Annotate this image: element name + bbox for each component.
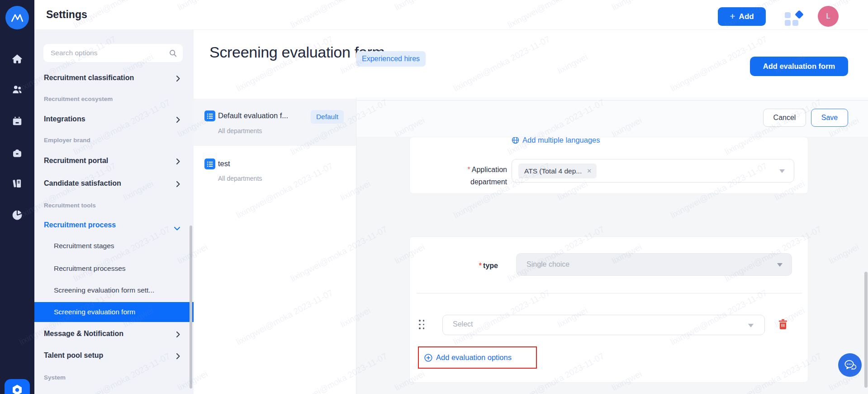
divider xyxy=(356,100,868,101)
default-badge: Default xyxy=(311,110,344,124)
type-select[interactable]: Single choice xyxy=(516,253,792,276)
briefcase-icon[interactable] xyxy=(11,147,23,159)
page-scrollbar-thumb[interactable] xyxy=(864,272,868,388)
top-header: Settings + Add L xyxy=(34,0,868,30)
application-department-label: *Application department xyxy=(444,163,507,188)
sidebar-section-system: System xyxy=(34,372,194,383)
forms-list-panel: Default evaluation f... All departments … xyxy=(194,97,356,394)
chevron-right-icon xyxy=(176,181,180,189)
type-label: *type xyxy=(444,259,498,272)
save-button[interactable]: Save xyxy=(811,109,848,127)
sidebar-item-message-notification[interactable]: Message & Notification xyxy=(34,324,194,344)
divider xyxy=(417,293,802,293)
chevron-down-icon xyxy=(174,224,180,232)
sidebar-item-candidate-satisfaction[interactable]: Candidate satisfaction xyxy=(34,173,194,193)
app-title: Settings xyxy=(46,9,87,21)
sidebar-item-recruitment-processes[interactable]: Recruitment processes xyxy=(34,259,194,279)
search-input[interactable] xyxy=(43,44,183,62)
form-title: test xyxy=(218,159,230,168)
sidebar-item-recruitment-classification[interactable]: Recruitment classification xyxy=(34,68,194,88)
form-list-icon xyxy=(204,111,215,121)
settings-rail-button[interactable] xyxy=(5,379,30,394)
library-icon[interactable] xyxy=(11,178,23,189)
calendar-icon[interactable] xyxy=(11,115,23,127)
required-mark: * xyxy=(467,166,470,173)
pie-chart-icon[interactable] xyxy=(11,209,23,221)
dropdown-arrow-icon xyxy=(779,169,785,173)
list-item-test-form[interactable]: test All departments xyxy=(194,146,356,195)
home-icon[interactable] xyxy=(11,53,23,65)
dropdown-arrow-icon xyxy=(777,263,783,267)
page-type-badge: Experienced hires xyxy=(356,51,426,67)
sidebar-section-recruitment-tools: Recruitment tools xyxy=(34,200,194,211)
cancel-button[interactable]: Cancel xyxy=(763,109,806,127)
chat-support-button[interactable] xyxy=(838,353,862,377)
sidebar-item-recruitment-portal[interactable]: Recruitment portal xyxy=(34,151,194,171)
app-rail xyxy=(0,0,34,394)
plus-icon: + xyxy=(730,11,735,21)
chat-bubbles-icon xyxy=(843,358,857,372)
add-evaluation-form-button[interactable]: Add evaluation form xyxy=(750,57,848,76)
delete-option-icon[interactable] xyxy=(778,318,788,330)
form-subtitle: All departments xyxy=(218,127,262,135)
chevron-right-icon xyxy=(176,75,180,83)
sidebar-item-talent-pool-setup[interactable]: Talent pool setup xyxy=(34,346,194,365)
sidebar-item-integrations[interactable]: Integrations xyxy=(34,109,194,129)
list-item-default-evaluation-form[interactable]: Default evaluation f... All departments … xyxy=(194,99,356,146)
sidebar-section-employer-brand: Employer brand xyxy=(34,135,194,145)
sidebar-section-recruitment-ecosystem: Recruitment ecosystem xyxy=(34,93,194,104)
user-avatar[interactable]: L xyxy=(818,6,839,27)
chevron-right-icon xyxy=(176,331,180,339)
form-title: Default evaluation f... xyxy=(218,111,288,120)
moka-logo-icon[interactable] xyxy=(5,6,29,29)
chevron-right-icon xyxy=(176,116,180,125)
chevron-right-icon xyxy=(176,353,180,361)
globe-icon xyxy=(512,137,519,144)
sidebar-scrollbar-thumb[interactable] xyxy=(190,226,192,389)
sidebar-item-recruitment-process[interactable]: Recruitment process xyxy=(34,215,194,235)
option-select[interactable]: Select xyxy=(442,315,765,335)
application-department-select[interactable]: ATS (Total 4 dep... ✕ xyxy=(512,159,794,183)
department-tag: ATS (Total 4 dep... ✕ xyxy=(518,163,597,178)
form-basic-card: Add multiple languages *Application depa… xyxy=(409,137,808,194)
add-button[interactable]: + Add xyxy=(718,7,766,26)
form-list-icon xyxy=(204,159,215,169)
remove-tag-icon[interactable]: ✕ xyxy=(587,168,592,174)
question-card: *type Single choice Select xyxy=(409,236,808,383)
sidebar-item-recruitment-stages[interactable]: Recruitment stages xyxy=(34,236,194,256)
drag-handle[interactable] xyxy=(419,320,424,329)
form-subtitle: All departments xyxy=(218,175,262,182)
annotation-highlight-box: Add evaluation options xyxy=(418,346,537,369)
sidebar-item-screening-evaluation-form-settings[interactable]: Screening evaluation form sett... xyxy=(34,280,194,300)
apps-grid-icon[interactable] xyxy=(785,11,804,26)
settings-sidebar: Recruitment classification Recruitment e… xyxy=(34,30,194,394)
add-multiple-languages-link[interactable]: Add multiple languages xyxy=(512,137,600,146)
search-icon xyxy=(169,49,177,59)
required-mark: * xyxy=(479,262,482,269)
add-evaluation-options-link[interactable]: Add evaluation options xyxy=(436,353,512,362)
sidebar-item-screening-evaluation-form[interactable]: Screening evaluation form xyxy=(34,302,194,322)
search-box xyxy=(43,44,183,62)
chevron-right-icon xyxy=(176,158,180,166)
page-title-band: Screening evaluation form Experienced hi… xyxy=(194,30,868,97)
dropdown-arrow-icon xyxy=(748,324,754,327)
plus-circle-icon xyxy=(424,354,432,362)
users-icon[interactable] xyxy=(11,83,23,95)
